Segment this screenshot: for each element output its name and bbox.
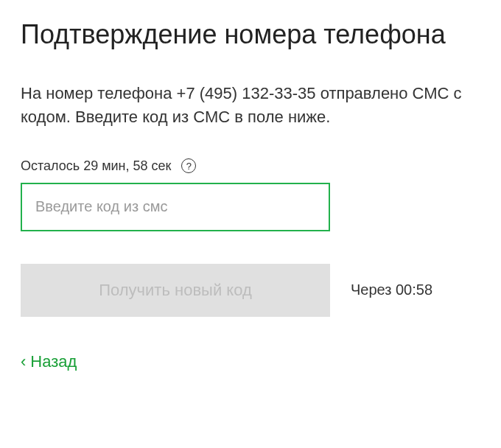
resend-row: Получить новый код Через 00:58 xyxy=(21,264,483,317)
timer-row: Осталось 29 мин, 58 сек ? xyxy=(21,158,483,174)
chevron-left-icon: ‹ xyxy=(21,352,26,371)
resend-cooldown-label: Через 00:58 xyxy=(351,281,432,298)
page-title: Подтверждение номера телефона xyxy=(21,18,483,51)
help-icon[interactable]: ? xyxy=(181,158,196,173)
back-link[interactable]: ‹ Назад xyxy=(21,352,77,371)
resend-code-button[interactable]: Получить новый код xyxy=(21,264,330,317)
description-text: На номер телефона +7 (495) 132-33-35 отп… xyxy=(21,82,483,129)
sms-code-input[interactable] xyxy=(21,183,330,231)
timer-label: Осталось 29 мин, 58 сек xyxy=(21,158,171,174)
back-label: Назад xyxy=(30,352,77,371)
